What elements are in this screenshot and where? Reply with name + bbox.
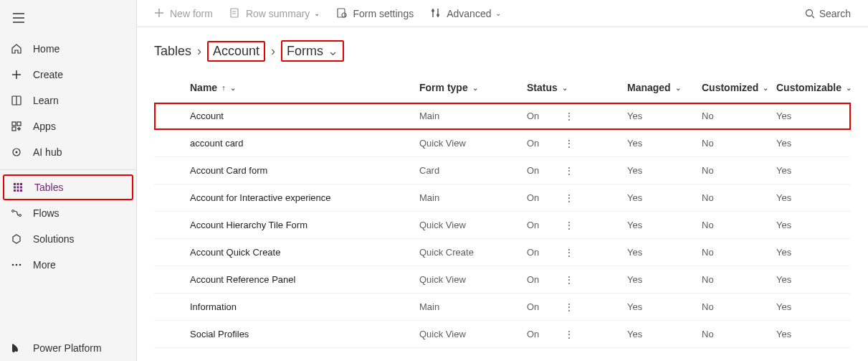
sidebar-item-learn[interactable]: Learn xyxy=(0,88,136,113)
svg-rect-22 xyxy=(20,189,22,192)
sidebar-item-solutions[interactable]: Solutions xyxy=(0,226,136,252)
plus-icon xyxy=(154,8,166,19)
sidebar-item-apps[interactable]: Apps xyxy=(0,113,136,139)
col-name[interactable]: Name ↑ ⌄ xyxy=(190,82,419,93)
cell-customizable: Yes xyxy=(776,111,851,121)
svg-rect-19 xyxy=(20,187,22,189)
cell-name: Account for Interactive experience xyxy=(190,192,419,203)
row-summary-button[interactable]: Row summary ⌄ xyxy=(223,4,327,24)
svg-point-13 xyxy=(16,151,18,154)
svg-rect-17 xyxy=(14,187,16,189)
svg-point-37 xyxy=(431,9,434,12)
cell-status: On xyxy=(527,165,627,176)
row-menu-button[interactable]: ⋮ xyxy=(564,301,574,313)
sidebar-item-ai-hub[interactable]: AI hub xyxy=(0,139,136,165)
sidebar-item-label: Solutions xyxy=(33,233,75,245)
breadcrumb-forms[interactable]: Forms⌄ xyxy=(281,40,344,62)
col-managed[interactable]: Managed ⌄ xyxy=(627,82,702,93)
cell-customizable: Yes xyxy=(776,138,851,149)
sidebar-item-label: Flows xyxy=(33,207,59,219)
chevron-right-icon: › xyxy=(197,44,201,59)
svg-rect-16 xyxy=(20,183,22,185)
svg-rect-8 xyxy=(17,122,21,126)
row-menu-button[interactable]: ⋮ xyxy=(564,165,574,177)
cell-managed: Yes xyxy=(627,192,702,203)
col-status[interactable]: Status ⌄ xyxy=(527,82,627,93)
row-menu-button[interactable]: ⋮ xyxy=(564,111,574,122)
cell-name: Account xyxy=(190,111,419,121)
cell-customizable: Yes xyxy=(776,220,851,230)
row-menu-button[interactable]: ⋮ xyxy=(564,274,574,286)
cell-managed: Yes xyxy=(627,274,702,285)
col-form-type[interactable]: Form type ⌄ xyxy=(419,82,527,93)
row-summary-icon xyxy=(230,8,242,19)
col-customizable[interactable]: Customizable ⌄ xyxy=(776,82,851,93)
table-row[interactable]: account card⋮Quick ViewOnYesNoYes xyxy=(154,130,851,157)
cell-status: On xyxy=(527,274,627,285)
table-row[interactable]: Account Reference Panel⋮Quick ViewOnYesN… xyxy=(154,266,851,294)
cell-form-type: Main xyxy=(419,111,527,121)
cell-name: Information xyxy=(190,301,419,312)
form-settings-button[interactable]: Form settings xyxy=(330,4,421,24)
cell-form-type: Quick View xyxy=(419,329,527,339)
table-row[interactable]: Information⋮MainOnYesNoYes xyxy=(154,294,851,321)
sidebar-item-create[interactable]: Create xyxy=(0,62,136,88)
cell-managed: Yes xyxy=(627,165,702,176)
sidebar-item-tables[interactable]: Tables xyxy=(3,174,133,200)
cell-form-type: Main xyxy=(419,192,527,203)
table-row[interactable]: Account Quick Create⋮Quick CreateOnYesNo… xyxy=(154,239,851,266)
table-row[interactable]: Account Hierarchy Tile Form⋮Quick ViewOn… xyxy=(154,212,851,239)
cell-managed: Yes xyxy=(627,111,702,121)
cell-name: Account Hierarchy Tile Form xyxy=(190,220,419,230)
cell-status: On xyxy=(527,329,627,339)
table-row[interactable]: Social Profiles⋮Quick ViewOnYesNoYes xyxy=(154,321,851,348)
hamburger-menu[interactable] xyxy=(0,6,136,30)
sidebar-item-home[interactable]: Home xyxy=(0,36,136,62)
sidebar-item-power-platform[interactable]: Power Platform xyxy=(0,335,136,361)
svg-rect-18 xyxy=(17,187,19,189)
search-input[interactable]: Search xyxy=(798,4,858,24)
svg-rect-30 xyxy=(231,9,238,17)
main-area: New form Row summary ⌄ Form settings Adv… xyxy=(137,0,868,361)
sidebar-item-more[interactable]: More xyxy=(0,252,136,278)
cell-managed: Yes xyxy=(627,329,702,339)
row-menu-button[interactable]: ⋮ xyxy=(564,247,574,258)
svg-line-40 xyxy=(812,16,814,18)
table-row[interactable]: Account Card form⋮CardOnYesNoYes xyxy=(154,157,851,184)
cell-customizable: Yes xyxy=(776,301,851,312)
row-menu-button[interactable]: ⋮ xyxy=(564,220,574,231)
svg-point-38 xyxy=(437,14,439,17)
breadcrumb-root[interactable]: Tables xyxy=(154,44,191,59)
sidebar-item-label: Power Platform xyxy=(33,342,102,354)
breadcrumb-account[interactable]: Account xyxy=(207,41,265,62)
table-row[interactable]: Account⋮MainOnYesNoYes xyxy=(154,103,851,130)
sort-ascending-icon: ↑ xyxy=(221,83,226,92)
table-row[interactable]: Account for Interactive experience⋮MainO… xyxy=(154,184,851,212)
col-customized[interactable]: Customized ⌄ xyxy=(702,82,776,93)
forms-table: Name ↑ ⌄ Form type ⌄ Status ⌄ Managed ⌄ … xyxy=(154,76,851,348)
toolbar: New form Row summary ⌄ Form settings Adv… xyxy=(137,0,868,27)
sidebar-item-label: More xyxy=(33,259,56,271)
cell-name: Account Quick Create xyxy=(190,247,419,258)
cell-name: account card xyxy=(190,138,419,149)
sidebar-item-label: Home xyxy=(33,43,59,55)
row-menu-button[interactable]: ⋮ xyxy=(564,329,574,340)
home-icon xyxy=(10,43,23,55)
cell-customized: No xyxy=(702,192,776,203)
cell-status: On xyxy=(527,247,627,258)
svg-point-26 xyxy=(16,264,18,266)
cell-status: On xyxy=(527,138,627,149)
sidebar-item-label: Learn xyxy=(33,95,59,106)
more-icon xyxy=(10,259,23,271)
svg-point-24 xyxy=(19,215,22,217)
chevron-down-icon: ⌄ xyxy=(230,84,236,92)
row-menu-button[interactable]: ⋮ xyxy=(564,138,574,149)
advanced-button[interactable]: Advanced ⌄ xyxy=(424,4,508,24)
new-form-button[interactable]: New form xyxy=(147,4,220,24)
cell-customized: No xyxy=(702,220,776,230)
cell-form-type: Main xyxy=(419,301,527,312)
svg-point-25 xyxy=(12,264,14,266)
sidebar-item-flows[interactable]: Flows xyxy=(0,200,136,226)
row-menu-button[interactable]: ⋮ xyxy=(564,192,574,204)
cell-name: Account Reference Panel xyxy=(190,274,419,285)
